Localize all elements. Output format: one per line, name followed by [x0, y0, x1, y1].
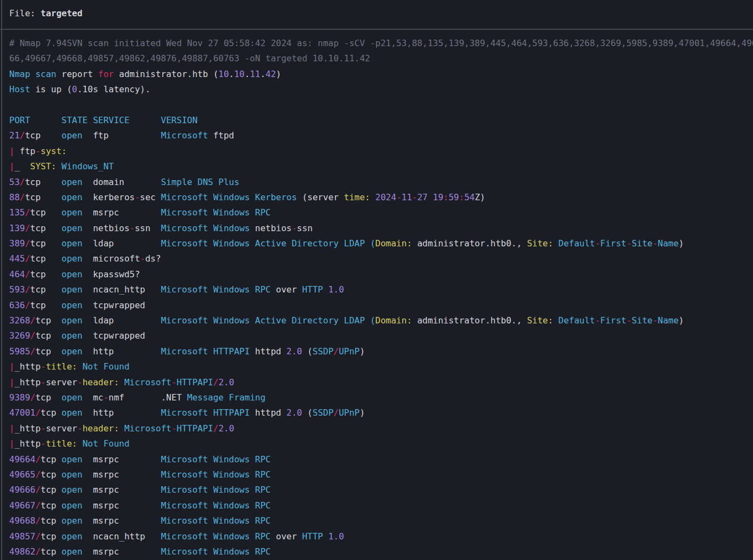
terminal-line: 21/tcp open ftp Microsoft ftpd: [9, 128, 753, 143]
left-border-line: [1, 0, 2, 560]
terminal-line: 9389/tcp open mc-nmf .NET Message Framin…: [9, 390, 753, 405]
terminal-line: 593/tcp open ncacn_http Microsoft Window…: [9, 282, 753, 297]
terminal-line: Nmap scan report for administrator.htb (…: [9, 67, 753, 82]
terminal-line: 47001/tcp open http Microsoft HTTPAPI ht…: [9, 405, 753, 421]
terminal-line: 88/tcp open kerberos-sec Microsoft Windo…: [9, 190, 753, 205]
terminal-line: 636/tcp open tcpwrapped: [9, 298, 753, 313]
terminal-line: |_http-server-header: Microsoft-HTTPAPI/…: [9, 375, 753, 390]
terminal-line: 49668/tcp open msrpc Microsoft Windows R…: [9, 513, 753, 529]
terminal-line: 389/tcp open ldap Microsoft Windows Acti…: [9, 236, 753, 251]
terminal-line: 3268/tcp open ldap Microsoft Windows Act…: [9, 313, 753, 328]
terminal-line: |_http-title: Not Found: [9, 436, 753, 451]
terminal-line: 49862/tcp open msrpc Microsoft Windows R…: [9, 544, 753, 559]
terminal-line: 49857/tcp open ncacn_http Microsoft Wind…: [9, 529, 753, 544]
terminal-line: 135/tcp open msrpc Microsoft Windows RPC: [9, 205, 753, 220]
terminal-line: 53/tcp open domain Simple DNS Plus: [9, 175, 753, 190]
terminal-window[interactable]: File: targeted # Nmap 7.94SVN scan initi…: [0, 0, 753, 560]
terminal-line: 66,49667,49668,49857,49862,49876,49887,6…: [9, 51, 753, 66]
terminal-line: |_ SYST: Windows_NT: [9, 159, 753, 174]
terminal-line: |_http-title: Not Found: [9, 359, 753, 374]
terminal-line: 445/tcp open microsoft-ds?: [9, 251, 753, 266]
terminal-line: PORT STATE SERVICE VERSION: [9, 113, 753, 128]
terminal-line: 49664/tcp open msrpc Microsoft Windows R…: [9, 452, 753, 467]
terminal-line: 49665/tcp open msrpc Microsoft Windows R…: [9, 467, 753, 482]
terminal-line: 3269/tcp open tcpwrapped: [9, 328, 753, 343]
terminal-line: 464/tcp open kpasswd5?: [9, 267, 753, 282]
terminal-line: |_http-server-header: Microsoft-HTTPAPI/…: [9, 421, 753, 436]
terminal-line: | ftp-syst:: [9, 144, 753, 159]
terminal-line: # Nmap 7.94SVN scan initiated Wed Nov 27…: [9, 36, 753, 51]
terminal-line: [9, 98, 753, 113]
terminal-line: Host is up (0.10s latency).: [9, 82, 753, 97]
terminal-line: 5985/tcp open http Microsoft HTTPAPI htt…: [9, 344, 753, 359]
file-header-filename: targeted: [41, 8, 83, 18]
file-header: File: targeted: [0, 0, 753, 29]
terminal-line: 49667/tcp open msrpc Microsoft Windows R…: [9, 498, 753, 513]
terminal-line: 49666/tcp open msrpc Microsoft Windows R…: [9, 482, 753, 498]
terminal-line: 139/tcp open netbios-ssn Microsoft Windo…: [9, 221, 753, 236]
terminal-output[interactable]: # Nmap 7.94SVN scan initiated Wed Nov 27…: [0, 30, 753, 559]
file-header-label: File:: [9, 8, 41, 18]
